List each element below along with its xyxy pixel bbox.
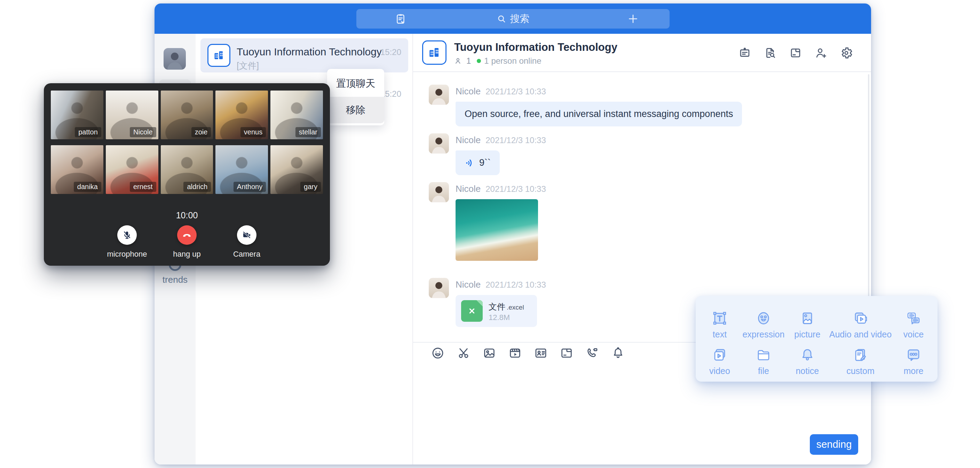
panel-item-text[interactable]: text (698, 303, 741, 340)
chat-subtitle: 1 1 person online (454, 56, 541, 66)
files-icon[interactable] (789, 46, 802, 59)
participant-tile: patton (51, 91, 103, 139)
announcement-icon[interactable] (738, 46, 751, 59)
microphone-off-icon (117, 225, 137, 245)
add-member-icon[interactable] (815, 46, 827, 59)
participant-name: aldrich (183, 182, 211, 192)
add-icon[interactable] (627, 13, 639, 25)
panel-item-video[interactable]: video (698, 340, 741, 376)
sender-avatar[interactable] (429, 133, 449, 153)
message-file: Nicole 2021/12/3 10:33 文件. (429, 278, 546, 327)
more-icon (905, 347, 922, 363)
voice-panel-icon (905, 310, 922, 327)
text-icon (711, 310, 728, 327)
participant-tile: Nicole (106, 91, 158, 139)
conversation-item[interactable]: Tuoyun Information Technology [文件] 15:20 (200, 38, 408, 72)
participant-name: venus (240, 127, 266, 137)
chat-history-search-icon[interactable] (764, 46, 777, 59)
top-bar: 搜索 (154, 3, 871, 34)
video-icon[interactable] (508, 346, 522, 360)
emoji-icon[interactable] (431, 346, 445, 360)
page: 搜索 (0, 0, 980, 468)
participant-tile: gary (270, 145, 323, 194)
user-avatar[interactable] (164, 48, 186, 70)
voice-wave-icon (465, 158, 474, 168)
participant-tile: zoie (161, 91, 213, 139)
camera-button[interactable]: Camera (228, 225, 266, 259)
sender-avatar[interactable] (429, 278, 449, 298)
send-button[interactable]: sending (810, 434, 858, 455)
menu-item-remove[interactable]: 移除 (327, 97, 384, 123)
message-voice: Nicole 2021/12/3 10:33 9`` (429, 133, 546, 175)
group-building-icon (207, 44, 231, 67)
video-call-window: patton Nicole zoie venus stellar danika … (44, 83, 330, 266)
sender-name: Nicole (455, 135, 480, 145)
file-name: 文件 (488, 302, 505, 311)
members-icon (454, 56, 463, 65)
sender-name: Nicole (455, 184, 480, 194)
scrollbar[interactable] (868, 74, 869, 332)
panel-item-audio-video[interactable]: Audio and video (829, 303, 892, 340)
panel-item-picture[interactable]: picture (786, 303, 829, 340)
participant-name: Anthony (234, 182, 266, 192)
contact-card-icon[interactable] (533, 346, 548, 360)
sender-name: Nicole (455, 279, 480, 290)
search-bar[interactable]: 搜索 (356, 9, 670, 29)
participant-name: stellar (296, 127, 321, 137)
panel-item-more[interactable]: more (892, 340, 935, 376)
call-timer: 10:00 (44, 210, 330, 220)
text-bubble[interactable]: Open source, free, and universal instant… (455, 102, 742, 126)
search-field[interactable]: 搜索 (356, 9, 670, 29)
custom-icon (852, 347, 869, 363)
picture-panel-icon (799, 310, 816, 327)
message-timestamp: 2021/12/3 10:33 (485, 184, 546, 194)
menu-item-pin-chat[interactable]: 置顶聊天 (327, 70, 384, 97)
participant-tile: danika (51, 145, 103, 194)
settings-icon[interactable] (840, 46, 853, 59)
camera-off-icon (237, 225, 256, 245)
video-call-icon[interactable] (585, 346, 600, 360)
panel-item-voice[interactable]: voice (892, 303, 935, 340)
message-image: Nicole 2021/12/3 10:33 (429, 182, 546, 261)
hang-up-button[interactable]: hang up (168, 225, 206, 259)
microphone-button[interactable]: microphone (108, 225, 146, 259)
group-building-icon (422, 40, 447, 65)
participant-tile: aldrich (161, 145, 213, 194)
panel-item-expression[interactable]: expression (741, 303, 786, 340)
file-ext: .excel (507, 303, 524, 311)
hang-up-label: hang up (173, 250, 201, 259)
panel-item-file[interactable]: file (741, 340, 786, 376)
panel-item-notice[interactable]: notice (786, 340, 829, 376)
expression-icon (755, 310, 772, 327)
participant-grid: patton Nicole zoie venus stellar danika … (51, 91, 323, 194)
panel-item-custom[interactable]: custom (829, 340, 892, 376)
voice-bubble[interactable]: 9`` (455, 150, 500, 175)
participant-tile: venus (215, 91, 268, 139)
participant-name: danika (74, 182, 101, 192)
participant-tile: stellar (270, 91, 323, 139)
online-dot (477, 59, 481, 63)
picture-icon[interactable] (482, 346, 496, 360)
message-timestamp: 2021/12/3 10:33 (485, 280, 546, 290)
excel-file-icon (461, 300, 483, 322)
message-type-panel: text expression picture (696, 296, 937, 382)
microphone-label: microphone (107, 250, 147, 259)
participant-name: ernest (130, 182, 156, 192)
sender-name: Nicole (455, 86, 480, 97)
conversation-last-message: [文件] (237, 60, 259, 71)
file-icon[interactable] (559, 346, 574, 360)
beach-photo-message[interactable] (455, 199, 538, 261)
notice-icon (799, 347, 816, 363)
file-panel-icon (755, 347, 772, 363)
file-message-card[interactable]: 文件.excel 12.8M (455, 295, 537, 327)
screenshot-icon[interactable] (456, 346, 471, 360)
trends-label: trends (154, 275, 196, 285)
conversation-time: 15:20 (380, 47, 401, 57)
sender-avatar[interactable] (429, 182, 449, 202)
sender-avatar[interactable] (429, 85, 449, 105)
participant-tile: Anthony (215, 145, 268, 194)
notification-icon[interactable] (611, 346, 625, 360)
camera-label: Camera (233, 250, 260, 259)
online-status: 1 person online (484, 56, 541, 66)
participant-name: patton (75, 127, 101, 137)
